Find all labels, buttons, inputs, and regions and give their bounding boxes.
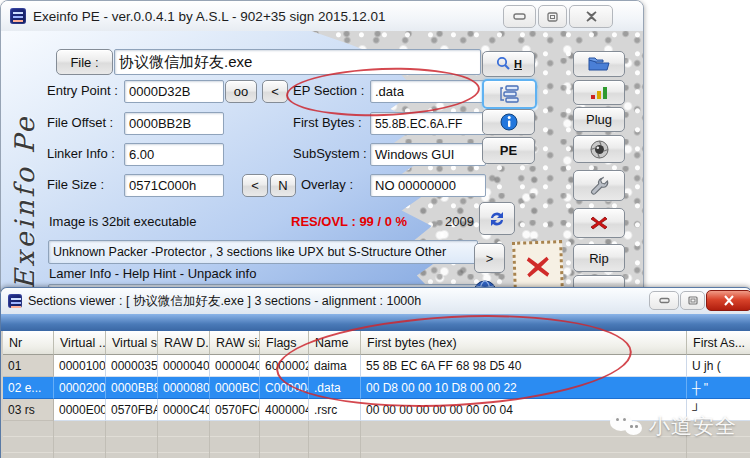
sections-titlebar[interactable]: Sections viewer : [ 协议微信加好友.exe ] 3 sect… <box>1 288 750 315</box>
sections-maximize-button[interactable] <box>680 291 705 310</box>
magnifier-icon <box>495 56 512 72</box>
search-button[interactable]: H <box>482 51 535 77</box>
size-back-button[interactable]: < <box>242 174 268 197</box>
column-header[interactable]: Nr <box>3 331 54 355</box>
exeinfo-window: Exeinfo PE - ver.0.0.4.1 by A.S.L - 902+… <box>0 0 644 292</box>
entropy-button[interactable] <box>573 80 625 105</box>
refresh-button[interactable] <box>479 202 515 235</box>
column-header[interactable]: Virtual s... <box>106 331 158 355</box>
table-cell[interactable]: 00000350 <box>106 355 158 377</box>
image-info-text: Image is 32bit executable <box>49 214 196 229</box>
column-header[interactable]: RAW D... <box>158 331 210 355</box>
overlay-field[interactable]: NO 00000000 <box>370 174 486 197</box>
table-row[interactable]: 02 e...000020000000BB80000008000000BC00C… <box>3 377 750 399</box>
screenshot-root: Exeinfo PE - ver.0.0.4.1 by A.S.L - 902+… <box>0 0 750 458</box>
table-cell[interactable]: 02 e... <box>3 377 54 399</box>
open-file-button[interactable] <box>573 51 625 77</box>
close-button[interactable] <box>569 5 613 28</box>
sections-minimize-button[interactable] <box>649 291 679 310</box>
n-button[interactable]: N <box>270 174 296 197</box>
linker-info-field[interactable]: 6.00 <box>124 143 224 166</box>
scan-result-text: Unknown Packer -Protector , 3 sections l… <box>53 245 446 259</box>
aperture-icon <box>590 140 609 159</box>
oo-button[interactable]: oo <box>225 80 257 103</box>
table-cell[interactable]: 0570FBA0 <box>106 399 158 421</box>
table-cell[interactable]: 0000C400 <box>158 399 210 421</box>
file-button[interactable]: File : <box>56 49 113 75</box>
info-icon <box>500 113 518 131</box>
size-back-label: < <box>251 178 259 193</box>
tools-button[interactable] <box>573 170 625 201</box>
column-header[interactable]: First As... <box>687 331 750 355</box>
pe-button[interactable]: PE <box>482 137 535 164</box>
file-offset-field[interactable]: 0000BB2B <box>124 112 224 135</box>
entry-point-value: 0000D32B <box>129 84 190 99</box>
lamer-info-link[interactable]: Lamer Info - Help Hint - Unpack info <box>49 266 256 281</box>
table-cell[interactable]: 0570FC00 <box>210 399 260 421</box>
first-bytes-label: First Bytes : <box>293 115 362 130</box>
table-cell[interactable]: 60000020 <box>260 355 309 377</box>
back-button-label: < <box>271 84 279 99</box>
search-h-label: H <box>514 58 522 70</box>
sections-button[interactable] <box>482 79 537 109</box>
wechat-icon <box>610 413 644 439</box>
table-cell[interactable]: 0000BB80 <box>106 377 158 399</box>
rip-button[interactable]: Rip <box>573 244 625 272</box>
table-cell[interactable]: 00 D8 00 00 10 D8 00 00 22 <box>361 377 687 399</box>
grid-line <box>360 421 361 458</box>
file-name-field[interactable]: 协议微信加好友.exe <box>114 49 481 75</box>
scanner-button[interactable] <box>573 135 625 163</box>
table-cell[interactable]: 01 <box>3 355 54 377</box>
table-cell[interactable]: .data <box>309 377 361 399</box>
exeinfo-titlebar[interactable]: Exeinfo PE - ver.0.0.4.1 by A.S.L - 902+… <box>1 1 643 32</box>
info-button[interactable] <box>482 109 535 135</box>
rip-button-label: Rip <box>589 251 609 266</box>
table-cell[interactable]: 0000E000 <box>54 399 106 421</box>
table-cell[interactable]: C0000040 <box>260 377 309 399</box>
column-header[interactable]: First bytes (hex) <box>361 331 687 355</box>
column-header[interactable]: Name <box>309 331 361 355</box>
table-cell[interactable]: U jh ( <box>687 355 750 377</box>
subsystem-value: Windows GUI <box>375 147 454 162</box>
entry-point-field[interactable]: 0000D32B <box>124 80 224 103</box>
minimize-button[interactable] <box>503 5 536 28</box>
plug-button[interactable]: Plug <box>573 107 625 132</box>
back-button[interactable]: < <box>262 80 288 103</box>
table-cell[interactable]: 00001000 <box>54 355 106 377</box>
table-cell[interactable]: 00002000 <box>54 377 106 399</box>
subsystem-field[interactable]: Windows GUI <box>370 143 486 166</box>
plug-button-label: Plug <box>586 112 612 127</box>
table-row[interactable]: 0100001000000003500000040000000400600000… <box>3 355 750 377</box>
grid-line <box>157 421 158 458</box>
table-header-row: NrVirtual ...Virtual s...RAW D...RAW siz… <box>3 331 750 355</box>
table-cell[interactable]: 40000040 <box>260 399 309 421</box>
table-cell[interactable]: ┼ " <box>687 377 750 399</box>
sections-app-icon <box>8 294 22 308</box>
scan-result-field[interactable]: Unknown Packer -Protector , 3 sections l… <box>48 240 478 264</box>
ep-section-field[interactable]: .data <box>370 80 486 103</box>
linker-info-value: 6.00 <box>129 147 154 162</box>
table-cell[interactable]: 55 8B EC 6A FF 68 98 D5 40 <box>361 355 687 377</box>
maximize-button[interactable] <box>538 5 567 28</box>
table-cell[interactable]: 00000400 <box>158 355 210 377</box>
table-cell[interactable]: daima <box>309 355 361 377</box>
table-cell[interactable]: 00000400 <box>210 355 260 377</box>
file-size-value: 0571C000h <box>129 178 196 193</box>
file-size-field[interactable]: 0571C000h <box>124 174 224 197</box>
column-header[interactable]: Flags <box>260 331 309 355</box>
exeinfo-vertical-brand: Exeinfo Pe <box>9 40 40 290</box>
more-button[interactable]: > <box>474 243 505 273</box>
table-cell[interactable]: 00000800 <box>158 377 210 399</box>
ep-section-label: EP Section : <box>293 83 364 98</box>
first-bytes-field[interactable]: 55.8B.EC.6A.FF <box>370 112 486 135</box>
table-cell[interactable]: 0000BC00 <box>210 377 260 399</box>
sections-close-button[interactable] <box>706 290 750 311</box>
column-header[interactable]: Virtual ... <box>54 331 106 355</box>
table-cell[interactable]: .rsrc <box>309 399 361 421</box>
exit-button[interactable] <box>573 208 625 238</box>
table-cell[interactable]: 03 rs <box>3 399 54 421</box>
red-x-icon <box>590 215 608 231</box>
grid-line <box>259 421 260 458</box>
file-size-label: File Size : <box>47 177 104 192</box>
column-header[interactable]: RAW size <box>210 331 260 355</box>
